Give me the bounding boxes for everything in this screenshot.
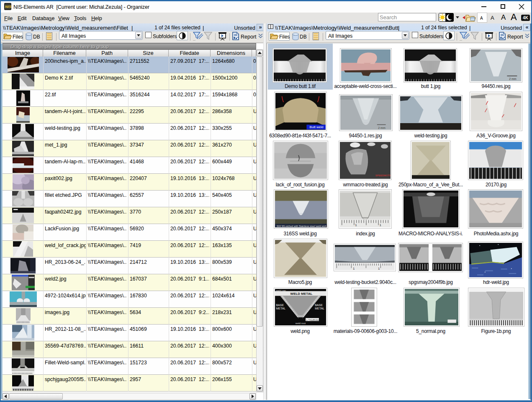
svg-text:...: ... [193,38,195,41]
svg-text:1: 1 [355,223,357,227]
svg-text:316 SS etched with Stainless s: 316 SS etched with Stainless steel weld … [277,225,326,227]
svg-text:1 TIG(8)310T: 1 TIG(8)310T [306,319,321,321]
svg-text:2 mm: 2 mm [378,126,386,129]
svg-text:SPEEDMOTION: SPEEDMOTION [375,174,391,177]
svg-text:METAL: METAL [315,307,324,310]
svg-text:weld root: weld root [295,322,306,325]
svg-text:weld cap: weld cap [275,289,286,292]
svg-text:BASE: BASE [276,304,284,307]
svg-text:1: 1 [353,267,355,270]
svg-text:Butt weld: Butt weld [310,125,324,129]
svg-text:2 mm: 2 mm [509,77,517,80]
svg-text:1: 1 [378,267,380,270]
svg-text:...: ... [460,38,462,41]
svg-text:1: 1 [379,223,381,227]
svg-text:WELD METAL: WELD METAL [290,292,313,296]
svg-text:METAL: METAL [276,307,285,310]
svg-text:BASE: BASE [315,304,323,307]
